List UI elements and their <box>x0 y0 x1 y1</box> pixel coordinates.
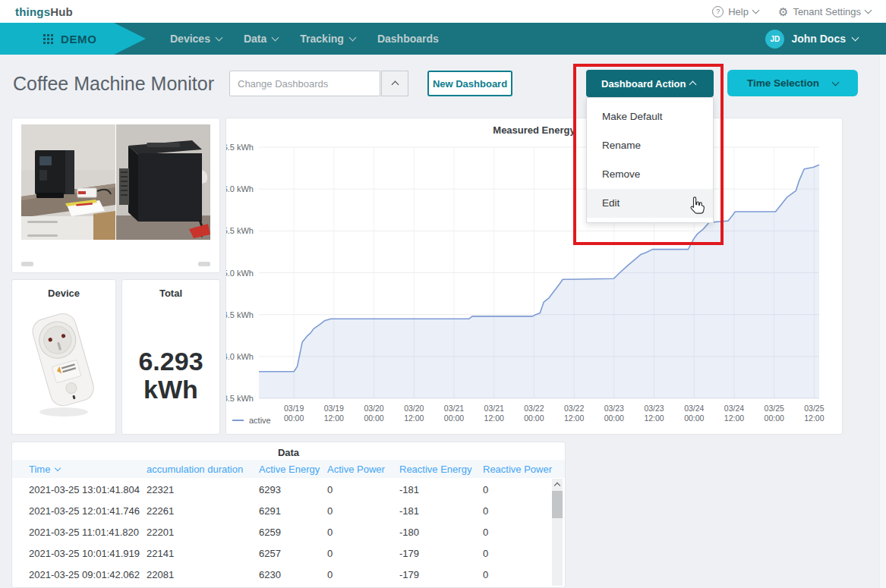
table-cell: -181 <box>399 484 483 495</box>
table-cell: -179 <box>399 548 483 559</box>
chevron-up-icon <box>391 81 399 89</box>
horizontal-scrollbar-right[interactable] <box>198 262 210 266</box>
main-navbar: DEMO Devices Data Tracking Dashboards JD… <box>0 23 886 55</box>
gear-icon: ⚙ <box>778 6 788 17</box>
table-cell: 0 <box>483 527 551 538</box>
column-header-time[interactable]: Time <box>29 464 147 475</box>
top-bar: thingsHub ? Help ⚙ Tenant Settings <box>0 0 886 23</box>
coffee-machine-photo-left <box>21 124 115 240</box>
column-header-reactive-power[interactable]: Reactive Power <box>483 464 565 475</box>
tenant-settings-menu[interactable]: ⚙ Tenant Settings <box>778 6 871 17</box>
table-cell: 0 <box>483 484 551 495</box>
chevron-down-icon <box>348 34 356 42</box>
nav-label: Data <box>244 33 266 45</box>
total-value: 6.293 kWh <box>122 347 219 403</box>
table-cell: 2021-03-25 11:01:41.820 <box>29 527 147 538</box>
dashboard-action-button[interactable]: Dashboard Action <box>586 70 714 97</box>
legend-line-swatch <box>232 420 244 421</box>
time-selection-button[interactable]: Time Selection <box>727 70 858 96</box>
column-header-label: Reactive Power <box>483 464 552 475</box>
sort-descending-icon <box>55 464 61 470</box>
column-header-label: Active Energy <box>259 464 320 475</box>
menu-item-make-default[interactable]: Make Default <box>587 102 713 131</box>
nav-item-devices[interactable]: Devices <box>170 33 222 45</box>
scroll-up-button[interactable] <box>552 479 563 490</box>
chart-legend[interactable]: active <box>232 416 271 425</box>
dashboard-action-label: Dashboard Action <box>601 78 686 90</box>
table-body: 2021-03-25 13:01:41.8042232162930-181020… <box>12 479 551 585</box>
table-row: 2021-03-25 12:01:41.7462226162910-1810 <box>12 500 551 521</box>
coffee-machine-photo-right <box>116 124 210 240</box>
nav-item-tracking[interactable]: Tracking <box>300 33 355 45</box>
measured-energy-chart-widget: Measured Energy 3.5 kWh4.0 kWh4.5 kWh5.0… <box>225 118 843 435</box>
table-scrollbar <box>552 479 563 586</box>
energy-area-chart: 3.5 kWh4.0 kWh4.5 kWh5.0 kWh5.5 kWh6.0 k… <box>226 118 842 434</box>
svg-text:4.5 kWh: 4.5 kWh <box>226 310 254 319</box>
device-widget-title: Device <box>12 288 115 299</box>
column-header-reactive-energy[interactable]: Reactive Energy <box>399 464 483 475</box>
change-dashboards-toggle-button[interactable] <box>381 71 408 96</box>
total-value-number: 6.293 <box>138 347 203 376</box>
svg-text:5.5 kWh: 5.5 kWh <box>226 226 254 235</box>
legend-label: active <box>249 416 271 425</box>
table-cell: 2021-03-25 12:01:41.746 <box>29 505 147 517</box>
svg-text:03/2212:00: 03/2212:00 <box>564 404 584 423</box>
table-cell: 6259 <box>259 527 327 538</box>
table-cell: 0 <box>327 569 399 580</box>
help-menu[interactable]: ? Help <box>712 6 758 17</box>
chevron-down-icon <box>272 34 279 42</box>
dashboard-action-dropdown: Make Default Rename Remove Edit <box>586 97 714 223</box>
table-row: 2021-03-25 11:01:41.8202220162590-1800 <box>12 521 551 542</box>
column-header-label: accumulation duration <box>147 464 243 475</box>
svg-text:03/2200:00: 03/2200:00 <box>524 404 544 423</box>
table-cell: 0 <box>327 548 399 559</box>
smart-plug-image <box>26 301 102 426</box>
nav-item-dashboards[interactable]: Dashboards <box>377 33 439 45</box>
menu-item-remove[interactable]: Remove <box>587 160 713 189</box>
svg-text:6.0 kWh: 6.0 kWh <box>226 184 254 193</box>
svg-text:03/1912:00: 03/1912:00 <box>324 404 344 423</box>
horizontal-scrollbar-left[interactable] <box>21 262 33 266</box>
table-header-row: Time accumulation duration Active Energy… <box>12 460 565 478</box>
nav-label: Devices <box>170 33 210 45</box>
new-dashboard-button[interactable]: New Dashboard <box>427 71 512 96</box>
tenant-settings-label: Tenant Settings <box>793 6 861 17</box>
table-cell: 0 <box>327 505 399 517</box>
table-cell: -179 <box>399 569 483 580</box>
user-name: John Docs <box>791 33 846 45</box>
table-cell: 0 <box>327 484 399 495</box>
nav-item-data[interactable]: Data <box>244 33 278 45</box>
new-dashboard-label: New Dashboard <box>433 78 507 90</box>
scrollbar-thumb[interactable] <box>552 491 563 518</box>
svg-text:03/2412:00: 03/2412:00 <box>724 404 744 423</box>
table-cell: 22201 <box>147 527 259 538</box>
svg-text:03/2112:00: 03/2112:00 <box>484 404 504 423</box>
chevron-up-icon <box>689 81 697 89</box>
menu-item-edit[interactable]: Edit <box>587 189 713 218</box>
svg-text:6.5 kWh: 6.5 kWh <box>226 143 254 152</box>
svg-text:4.0 kWh: 4.0 kWh <box>226 352 254 361</box>
tenant-name: DEMO <box>61 33 96 46</box>
user-menu[interactable]: JD John Docs <box>765 23 858 55</box>
table-cell: 22141 <box>147 548 259 559</box>
help-label: Help <box>728 6 749 17</box>
data-table-widget: Data Time accumulation duration Active E… <box>11 442 566 588</box>
menu-item-rename[interactable]: Rename <box>587 131 713 160</box>
chevron-down-icon <box>852 34 859 42</box>
table-cell: 0 <box>483 569 551 580</box>
column-header-active-energy[interactable]: Active Energy <box>259 464 327 475</box>
nav-label: Dashboards <box>377 33 439 45</box>
table-title: Data <box>12 447 565 458</box>
logo-things: things <box>15 5 50 18</box>
table-cell: 0 <box>483 548 551 559</box>
thingshub-logo: thingsHub <box>15 5 73 18</box>
change-dashboards-combobox <box>229 71 408 96</box>
coffee-machine-photos <box>21 124 210 240</box>
change-dashboards-input[interactable] <box>229 71 380 96</box>
column-header-label: Reactive Energy <box>399 464 471 475</box>
column-header-active-power[interactable]: Active Power <box>327 464 399 475</box>
tenant-tab-demo[interactable]: DEMO <box>0 23 146 55</box>
column-header-accumulation-duration[interactable]: accumulation duration <box>147 464 259 475</box>
page-scrollbar[interactable] <box>879 55 886 588</box>
table-cell: 2021-03-25 10:01:41.919 <box>29 548 147 559</box>
